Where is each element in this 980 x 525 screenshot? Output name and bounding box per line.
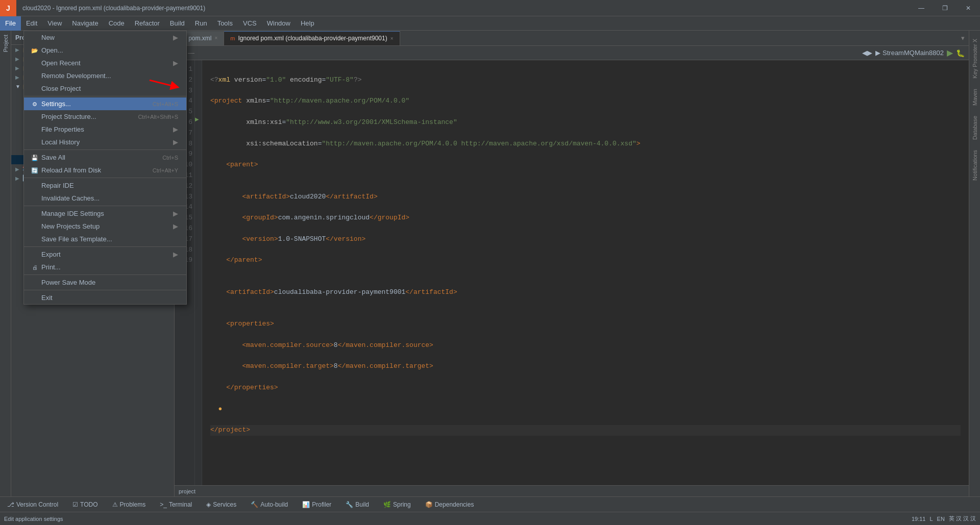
- profiler-icon: 📊: [302, 501, 310, 508]
- app-icon: J: [0, 0, 16, 16]
- menu-bar: File Edit View Navigate Code Refactor Bu…: [0, 16, 980, 31]
- bottom-tab-spring[interactable]: 🌿 Spring: [380, 497, 414, 512]
- open-recent-arrow: ▶: [173, 59, 178, 67]
- window-title: cloud2020 - Ignored pom.xml (cloudalibab…: [16, 5, 211, 12]
- menu-item-invalidate-caches[interactable]: Invalidate Caches...: [24, 192, 186, 205]
- menu-item-project-structure[interactable]: Project Structure... Ctrl+Alt+Shift+S: [24, 110, 186, 123]
- separator-7: [24, 290, 186, 290]
- bottom-tab-dependencies[interactable]: 📦 Dependencies: [422, 497, 477, 512]
- bottom-tab-build[interactable]: 🔧 Build: [342, 497, 372, 512]
- status-right: 19:11 L EN 英 汉 汉 汉: [912, 515, 976, 522]
- svg-line-1: [150, 74, 175, 92]
- separator-2: [24, 149, 186, 150]
- menu-build[interactable]: Build: [165, 16, 190, 31]
- left-panels: Project: [0, 31, 11, 496]
- menu-navigate[interactable]: Navigate: [67, 16, 103, 31]
- gutter: ▶: [195, 60, 202, 485]
- tab-close-pom-ignored[interactable]: ×: [390, 36, 394, 41]
- menu-item-power-save[interactable]: Power Save Mode: [24, 276, 186, 289]
- bottom-tab-version-control[interactable]: ⎇ Version Control: [4, 497, 61, 512]
- debug-button[interactable]: 🐛: [956, 49, 965, 57]
- todo-icon: ☑: [72, 501, 78, 508]
- status-ime: 英 汉 汉 汉: [949, 515, 976, 522]
- reload-shortcut: Ctrl+Alt+Y: [153, 167, 178, 173]
- auto-build-icon: 🔨: [251, 501, 258, 508]
- menu-item-settings[interactable]: ⚙Settings... Ctrl+Alt+S: [24, 97, 186, 110]
- menu-vcs[interactable]: VCS: [238, 16, 262, 31]
- right-panel-database[interactable]: Database: [971, 112, 979, 144]
- menu-item-file-properties[interactable]: File Properties ▶: [24, 123, 186, 136]
- separator-4: [24, 206, 186, 206]
- run-button[interactable]: ▶: [947, 48, 953, 58]
- terminal-icon: >_: [160, 501, 167, 508]
- menu-item-open[interactable]: 📂Open...: [24, 44, 186, 57]
- tab-pom-ignored[interactable]: m Ignored pom.xml (cloudalibaba-provider…: [224, 31, 400, 45]
- new-projects-arrow: ▶: [173, 222, 178, 230]
- right-panels: Key Promoter X Maven Database Notificati…: [969, 31, 980, 496]
- close-button[interactable]: ✕: [957, 0, 980, 16]
- tab-list-icon[interactable]: ▾: [961, 34, 965, 42]
- right-panel-notifications[interactable]: Notifications: [971, 146, 979, 185]
- menu-view[interactable]: View: [42, 16, 67, 31]
- toolbar-collapse-icon[interactable]: —: [188, 49, 194, 57]
- minimize-button[interactable]: —: [910, 0, 933, 16]
- bottom-tab-services[interactable]: ◈ Services: [203, 497, 239, 512]
- menu-item-repair-ide[interactable]: Repair IDE: [24, 179, 186, 192]
- menu-window[interactable]: Window: [262, 16, 296, 31]
- editor-area: m pom.xml × m Ignored pom.xml (cloudalib…: [175, 31, 969, 496]
- menu-code[interactable]: Code: [104, 16, 130, 31]
- save-icon: 💾: [30, 155, 39, 161]
- problems-icon: ⚠: [112, 501, 118, 508]
- gutter-marker-5: ▶: [195, 112, 202, 126]
- status-time: 19:11: [912, 516, 926, 522]
- editor-footer: project: [175, 485, 969, 496]
- menu-item-local-history[interactable]: Local History ▶: [24, 136, 186, 148]
- menu-item-new[interactable]: New ▶: [24, 31, 186, 44]
- breadcrumb-project: project: [179, 488, 195, 494]
- menu-item-new-projects-setup[interactable]: New Projects Setup ▶: [24, 220, 186, 233]
- maximize-button[interactable]: ❐: [933, 0, 957, 16]
- menu-edit[interactable]: Edit: [21, 16, 42, 31]
- menu-item-save-template[interactable]: Save File as Template...: [24, 233, 186, 245]
- file-properties-arrow: ▶: [173, 126, 178, 133]
- menu-run[interactable]: Run: [190, 16, 212, 31]
- bottom-tab-profiler[interactable]: 📊 Profiler: [299, 497, 334, 512]
- status-language: L: [929, 516, 933, 522]
- editor-tab-bar: m pom.xml × m Ignored pom.xml (cloudalib…: [175, 31, 969, 46]
- code-content[interactable]: <?xml version="1.0" encoding="UTF-8"?> <…: [202, 60, 969, 485]
- project-structure-shortcut: Ctrl+Alt+Shift+S: [138, 114, 178, 120]
- status-left: Edit application settings: [4, 516, 63, 522]
- menu-item-exit[interactable]: Exit: [24, 291, 186, 304]
- services-icon: ◈: [206, 501, 211, 508]
- title-bar: J cloud2020 - Ignored pom.xml (cloudalib…: [0, 0, 980, 16]
- menu-refactor[interactable]: Refactor: [130, 16, 165, 31]
- bottom-tab-todo[interactable]: ☑ TODO: [69, 497, 101, 512]
- tab-close-pom-root[interactable]: ×: [215, 35, 218, 41]
- right-panel-maven[interactable]: Maven: [971, 85, 979, 110]
- toolbar-run-config[interactable]: ▶ StreamMQMain8802: [875, 49, 944, 57]
- project-panel-label[interactable]: Project: [1, 31, 10, 56]
- bottom-tab-problems[interactable]: ⚠ Problems: [109, 497, 149, 512]
- menu-item-save-all[interactable]: 💾Save All Ctrl+S: [24, 151, 186, 164]
- separator-5: [24, 246, 186, 247]
- menu-item-print[interactable]: 🖨Print...: [24, 261, 186, 273]
- menu-item-manage-settings[interactable]: Manage IDE Settings ▶: [24, 207, 186, 220]
- code-area[interactable]: 1 2 3 4 5 6 7 8 9 10 11 12 13 14 15 16 1…: [175, 60, 969, 485]
- editor-tab-actions: ▾: [957, 34, 969, 42]
- toolbar-navigation-icon[interactable]: ◀▶: [862, 49, 872, 57]
- bottom-tab-auto-build[interactable]: 🔨 Auto-build: [248, 497, 291, 512]
- menu-item-open-recent[interactable]: Open Recent ▶: [24, 57, 186, 69]
- right-panel-key-promoter[interactable]: Key Promoter X: [971, 35, 979, 83]
- separator-6: [24, 274, 186, 275]
- menu-file[interactable]: File: [0, 16, 21, 31]
- manage-settings-arrow: ▶: [173, 210, 178, 217]
- bottom-tab-terminal[interactable]: >_ Terminal: [157, 497, 195, 512]
- menu-item-reload[interactable]: 🔄Reload All from Disk Ctrl+Alt+Y: [24, 164, 186, 177]
- new-arrow: ▶: [173, 34, 178, 41]
- version-control-icon: ⎇: [7, 501, 14, 508]
- menu-help[interactable]: Help: [296, 16, 320, 31]
- menu-tools[interactable]: Tools: [212, 16, 238, 31]
- active-tab-label: Ignored pom.xml (cloudalibaba-provider-p…: [238, 35, 387, 42]
- export-arrow: ▶: [173, 251, 178, 258]
- menu-item-export[interactable]: Export ▶: [24, 248, 186, 261]
